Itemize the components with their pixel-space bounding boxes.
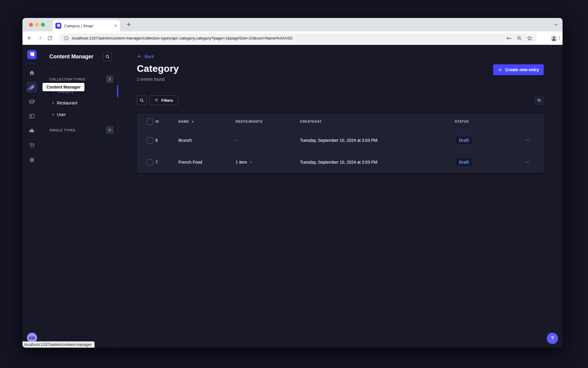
status-badge: Draft (455, 136, 473, 145)
filter-icon (154, 98, 159, 103)
forward-icon (37, 35, 43, 41)
close-window-button[interactable] (29, 23, 33, 27)
browser-tab-bar: Category | Strapi ✕ (22, 18, 563, 31)
maximize-window-button[interactable] (41, 23, 45, 27)
header-status[interactable]: STATUS (455, 120, 513, 123)
view-settings-gear-button[interactable] (535, 96, 544, 105)
header-name[interactable]: NAME (178, 120, 236, 123)
entries-count: 2 entries found (137, 77, 544, 82)
collection-types-label: COLLECTION TYPES (49, 77, 85, 81)
entries-table: ID NAME RESTAURANTS CREATEDAT STATUS 8 B… (137, 114, 544, 173)
tab-close-icon[interactable]: ✕ (114, 24, 117, 28)
media-library-icon[interactable] (26, 96, 37, 107)
browser-tab[interactable]: Category | Strapi ✕ (52, 20, 120, 31)
settings-gear-icon[interactable] (26, 154, 37, 165)
table-row[interactable]: 7 French Food 1 item Tuesday, September … (137, 151, 544, 173)
main-content: Back Category Create new entry 2 entries… (118, 45, 563, 348)
sidebar-search-button[interactable] (103, 52, 112, 61)
create-new-entry-button[interactable]: Create new entry (493, 64, 544, 75)
browser-menu-icon[interactable] (557, 35, 563, 41)
row-checkbox[interactable] (147, 159, 153, 165)
select-all-checkbox[interactable] (147, 118, 153, 125)
header-createdat[interactable]: CREATEDAT (300, 120, 455, 123)
bullet-icon (52, 114, 54, 115)
cell-restaurants: 1 item (236, 160, 300, 165)
plus-icon (498, 68, 502, 72)
cell-name: Brunch (178, 138, 236, 143)
url-bar[interactable]: localhost:1337/admin/content-manager/col… (60, 34, 537, 43)
collection-type-item[interactable]: User (41, 109, 118, 120)
strapi-app: ☝ KD Content Manager (22, 45, 563, 348)
table-body: 8 Brunch - Tuesday, September 10, 2024 a… (137, 129, 544, 173)
row-checkbox[interactable] (147, 137, 153, 144)
minimize-window-button[interactable] (35, 23, 39, 27)
single-types-count-badge: 0 (106, 126, 113, 134)
browser-window: Category | Strapi ✕ localhost:1337/admin… (22, 18, 563, 348)
password-key-icon[interactable] (506, 35, 512, 41)
cell-createdat: Tuesday, September 10, 2024 at 3:03 PM (300, 138, 455, 143)
row-actions-menu-icon[interactable] (513, 159, 544, 165)
reload-icon[interactable] (47, 35, 53, 41)
back-label: Back (145, 54, 154, 59)
header-id[interactable]: ID (155, 120, 178, 123)
table-row[interactable]: 8 Brunch - Tuesday, September 10, 2024 a… (137, 129, 544, 151)
tab-search-chevron-icon[interactable] (553, 22, 558, 27)
filters-button[interactable]: Filters (149, 95, 178, 105)
collection-type-item[interactable]: Restaurant (41, 97, 118, 109)
zoom-icon[interactable] (516, 35, 522, 41)
table-header-row: ID NAME RESTAURANTS CREATEDAT STATUS (137, 114, 544, 129)
site-info-icon[interactable] (64, 36, 69, 41)
table-search-button[interactable] (137, 95, 146, 105)
page-title: Category (137, 63, 179, 74)
cell-restaurants: - (236, 138, 300, 143)
content-manager-icon[interactable]: ☝ (26, 82, 37, 92)
content-manager-sidebar: Content Manager COLLECTION TYPES 3 Categ… (41, 45, 118, 348)
new-tab-icon[interactable] (125, 21, 132, 28)
cell-name: French Food (178, 160, 236, 165)
url-text[interactable]: localhost:1337/admin/content-manager/col… (72, 36, 503, 40)
bullet-icon (52, 102, 54, 104)
main-nav-rail: ☝ KD (22, 45, 41, 348)
marketplace-cart-icon[interactable] (26, 140, 37, 150)
single-types-label: SINGLE TYPES (49, 128, 75, 132)
back-icon[interactable] (27, 35, 33, 41)
strapi-favicon (55, 23, 61, 29)
back-arrow-icon (137, 54, 142, 59)
cell-createdat: Tuesday, September 10, 2024 at 3:03 PM (300, 160, 455, 165)
back-link[interactable]: Back (137, 54, 154, 59)
home-icon[interactable] (26, 67, 37, 78)
help-button[interactable]: ? (547, 333, 558, 344)
sidebar-title: Content Manager (49, 54, 93, 60)
cell-id: 7 (155, 160, 178, 165)
rail-divider (27, 63, 37, 64)
browser-toolbar: localhost:1337/admin/content-manager/col… (22, 31, 563, 45)
sidebar-divider (49, 67, 60, 68)
header-restaurants[interactable]: RESTAURANTS (236, 120, 300, 123)
collection-types-count-badge: 3 (106, 75, 113, 83)
hand-cursor: ☝ (27, 86, 31, 92)
browser-status-bar: localhost:1337/admin/content-manager (22, 341, 95, 348)
cell-id: 8 (155, 138, 178, 143)
bookmark-star-icon[interactable] (527, 35, 533, 41)
browser-profile-icon[interactable] (550, 35, 557, 42)
cloud-icon[interactable] (26, 125, 37, 136)
tab-title: Category | Strapi (64, 24, 111, 28)
status-badge: Draft (455, 158, 473, 167)
content-type-builder-icon[interactable] (26, 111, 37, 121)
sort-ascending-icon (191, 120, 194, 123)
nav-tooltip: Content Manager (43, 83, 84, 91)
strapi-logo[interactable] (27, 50, 37, 59)
row-actions-menu-icon[interactable] (513, 138, 544, 143)
restaurants-dropdown-icon[interactable] (249, 161, 253, 164)
